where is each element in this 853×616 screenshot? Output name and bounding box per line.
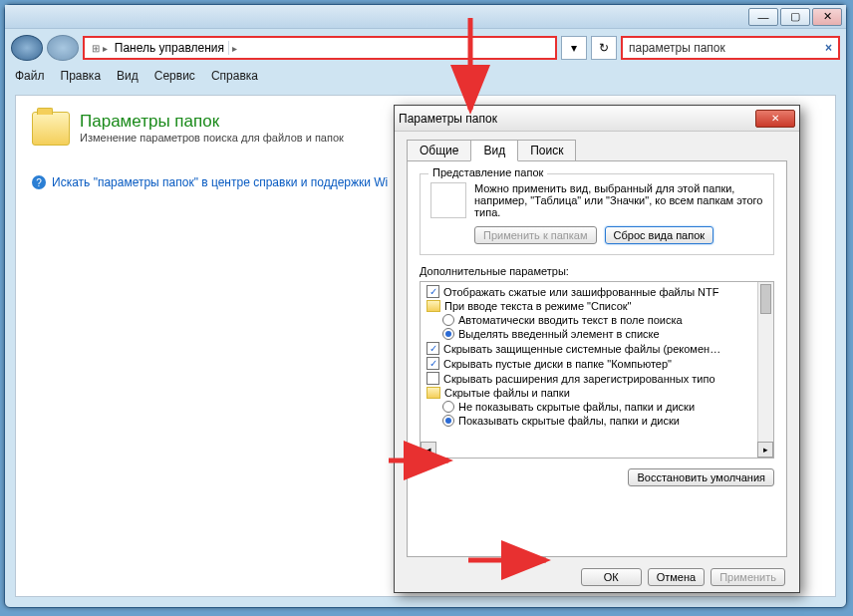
ok-button[interactable]: ОК xyxy=(581,568,642,586)
advanced-label: Дополнительные параметры: xyxy=(420,265,774,277)
list-item[interactable]: При вводе текста в режиме "Список" xyxy=(444,300,631,312)
radio-icon[interactable] xyxy=(442,401,454,413)
folder-icon xyxy=(426,300,440,312)
cancel-button[interactable]: Отмена xyxy=(648,568,705,586)
list-item[interactable]: Выделять введенный элемент в списке xyxy=(458,328,660,340)
refresh-button[interactable]: ↻ xyxy=(591,36,617,60)
radio-icon[interactable] xyxy=(442,328,454,340)
menu-edit[interactable]: Правка xyxy=(61,69,102,83)
tab-search[interactable]: Поиск xyxy=(517,140,576,161)
scroll-left-icon[interactable]: ◂ xyxy=(421,442,436,458)
list-item[interactable]: Показывать скрытые файлы, папки и диски xyxy=(458,415,680,427)
maximize-button[interactable]: ▢ xyxy=(780,8,810,26)
folder-preview-icon xyxy=(430,182,466,218)
checkbox-icon[interactable]: ✓ xyxy=(426,357,439,370)
checkbox-icon[interactable]: ✓ xyxy=(426,285,439,298)
apply-button[interactable]: Применить xyxy=(711,568,785,586)
advanced-settings-list[interactable]: ✓Отображать сжатые или зашифрованные фай… xyxy=(420,281,774,459)
list-item[interactable]: Скрывать защищенные системные файлы (рек… xyxy=(443,343,720,355)
folder-options-dialog: Параметры папок ✕ Общие Вид Поиск Предст… xyxy=(394,105,800,593)
tab-general[interactable]: Общие xyxy=(407,140,471,161)
list-item[interactable]: Скрывать пустые диски в папке "Компьютер… xyxy=(443,358,672,370)
breadcrumb-arrow-icon: ⊞ ▸ xyxy=(89,43,111,54)
apply-to-folders-button[interactable]: Применить к папкам xyxy=(474,226,597,244)
close-button[interactable]: ✕ xyxy=(812,8,842,26)
tab-body: Представление папок Можно применить вид,… xyxy=(407,160,787,557)
radio-icon[interactable] xyxy=(442,314,454,326)
dialog-tabs: Общие Вид Поиск xyxy=(407,140,799,161)
scroll-right-icon[interactable]: ▸ xyxy=(757,442,773,458)
list-item[interactable]: Скрывать расширения для зарегистрированн… xyxy=(443,373,715,385)
menu-help[interactable]: Справка xyxy=(211,69,258,83)
nav-back-button[interactable] xyxy=(11,35,43,61)
folder-icon xyxy=(32,112,70,146)
nav-forward-button[interactable] xyxy=(47,35,79,61)
scrollbar-horizontal[interactable]: ◂ ▸ xyxy=(421,442,773,458)
page-title: Параметры папок xyxy=(80,112,344,132)
folder-icon xyxy=(426,387,440,399)
restore-defaults-button[interactable]: Восстановить умолчания xyxy=(628,468,774,486)
address-bar: ⊞ ▸ Панель управления ▸ ▾ ↻ параметры па… xyxy=(11,33,840,63)
dialog-title: Параметры папок xyxy=(399,112,497,126)
list-item[interactable]: Скрытые файлы и папки xyxy=(444,387,570,399)
tab-view[interactable]: Вид xyxy=(470,140,518,161)
search-value: параметры папок xyxy=(629,41,725,55)
address-dropdown[interactable]: ▾ xyxy=(561,36,587,60)
list-item[interactable]: Не показывать скрытые файлы, папки и дис… xyxy=(458,401,695,413)
dialog-close-button[interactable]: ✕ xyxy=(755,110,795,128)
group-description: Можно применить вид, выбранный для этой … xyxy=(474,182,763,218)
dialog-titlebar: Параметры папок ✕ xyxy=(395,106,799,132)
breadcrumb-arrow-icon: ▸ xyxy=(229,43,240,54)
clear-search-icon[interactable]: × xyxy=(825,41,832,55)
radio-icon[interactable] xyxy=(442,415,454,427)
scrollbar-vertical[interactable] xyxy=(757,282,773,442)
help-text: Искать "параметры папок" в центре справк… xyxy=(52,175,388,189)
menu-tools[interactable]: Сервис xyxy=(154,69,195,83)
group-title: Представление папок xyxy=(428,166,547,178)
reset-folders-button[interactable]: Сброс вида папок xyxy=(605,226,714,244)
folder-view-group: Представление папок Можно применить вид,… xyxy=(420,173,774,255)
checkbox-icon[interactable] xyxy=(426,372,439,385)
menu-file[interactable]: Файл xyxy=(15,69,45,83)
minimize-button[interactable]: — xyxy=(748,8,778,26)
checkbox-icon[interactable]: ✓ xyxy=(426,342,439,355)
breadcrumb-segment[interactable]: Панель управления xyxy=(111,41,229,55)
menu-bar: Файл Правка Вид Сервис Справка xyxy=(15,69,836,83)
page-subtitle: Изменение параметров поиска для файлов и… xyxy=(80,132,344,144)
breadcrumb[interactable]: ⊞ ▸ Панель управления ▸ xyxy=(83,36,557,60)
search-input[interactable]: параметры папок × xyxy=(621,36,840,60)
dialog-footer: ОК Отмена Применить xyxy=(395,568,799,586)
help-icon: ? xyxy=(32,175,46,189)
list-item[interactable]: Автоматически вводить текст в поле поиск… xyxy=(458,314,683,326)
menu-view[interactable]: Вид xyxy=(117,69,139,83)
outer-titlebar: — ▢ ✕ xyxy=(5,5,846,29)
list-item[interactable]: Отображать сжатые или зашифрованные файл… xyxy=(443,286,718,298)
